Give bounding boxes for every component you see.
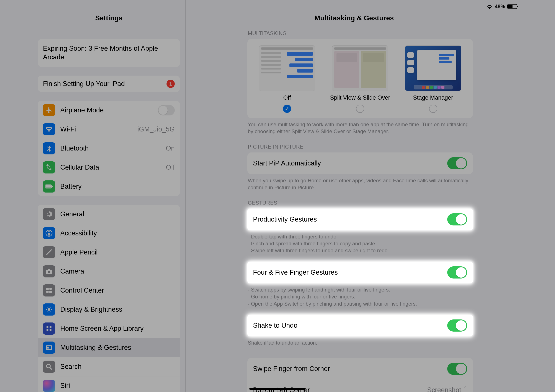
cellular-icon [43, 161, 55, 173]
bluetooth-row[interactable]: Bluetooth On [38, 139, 180, 158]
finish-setup[interactable]: Finish Setting Up Your iPad 1 [38, 76, 180, 92]
updown-icon: ⌃⌄ [463, 387, 467, 392]
svg-rect-2 [52, 186, 53, 187]
camera-row[interactable]: Camera [38, 262, 180, 281]
split-radio[interactable] [356, 105, 364, 113]
multitasking-row[interactable]: Multitasking & Gestures [38, 338, 180, 357]
shake-footer: Shake iPad to undo an action. [247, 336, 473, 349]
svg-rect-9 [49, 291, 51, 293]
multitask-split-option[interactable]: Split View & Slide Over [325, 45, 396, 114]
swipe-corner-row[interactable]: Swipe Finger from Corner [247, 358, 473, 380]
svg-line-15 [47, 307, 47, 308]
pip-toggle[interactable] [447, 157, 467, 169]
promo-group: Expiring Soon: 3 Free Months of Apple Ar… [38, 39, 180, 67]
display-row[interactable]: Display & Brightness [38, 300, 180, 319]
accessibility-label: Accessibility [60, 229, 175, 237]
camera-label: Camera [60, 267, 175, 275]
general-row[interactable]: General [38, 205, 180, 224]
bluetooth-label: Bluetooth [60, 144, 166, 152]
fourfive-label: Four & Five Finger Gestures [253, 269, 447, 276]
productivity-row[interactable]: Productivity Gestures [247, 209, 473, 230]
pencil-label: Apple Pencil [60, 248, 175, 256]
wifi-row[interactable]: Wi-Fi iGM_Jio_5G [38, 120, 180, 139]
svg-rect-21 [47, 329, 49, 331]
control-center-icon [43, 284, 55, 297]
general-group: General Accessibility Apple Pencil [38, 205, 180, 392]
sidebar-title: Settings [32, 14, 185, 22]
shake-label: Shake to Undo [253, 322, 447, 329]
home-screen-label: Home Screen & App Library [60, 325, 175, 332]
fourfive-toggle[interactable] [447, 266, 467, 278]
bluetooth-icon [43, 142, 55, 154]
shake-card: Shake to Undo [247, 315, 473, 336]
svg-rect-22 [50, 329, 51, 331]
thumb-off [259, 45, 315, 91]
home-indicator[interactable] [249, 388, 306, 390]
bluetooth-value: On [166, 144, 175, 152]
home-screen-row[interactable]: Home Screen & App Library [38, 319, 180, 338]
fourfive-card: Four & Five Finger Gestures [247, 262, 473, 283]
shake-toggle[interactable] [447, 320, 467, 332]
svg-line-18 [51, 307, 51, 308]
control-center-label: Control Center [60, 286, 175, 294]
pip-header: PICTURE IN PICTURE [247, 144, 473, 152]
battery-label: Battery [60, 183, 175, 190]
network-group: Airplane Mode Wi-Fi iGM_Jio_5G Bluetooth… [38, 101, 180, 196]
pip-card: Start PiP Automatically [247, 152, 473, 174]
multitask-stage-option[interactable]: Stage Manager [398, 45, 468, 114]
pencil-row[interactable]: Apple Pencil [38, 243, 180, 262]
corners-card: Swipe Finger from Corner Bottom Left Cor… [247, 358, 473, 392]
siri-label: Siri [60, 382, 175, 390]
fourfive-footer: - Switch apps by swiping left and right … [247, 283, 473, 310]
control-center-row[interactable]: Control Center [38, 281, 180, 300]
wifi-row-icon [43, 123, 55, 135]
svg-line-16 [51, 311, 51, 312]
promo-arcade[interactable]: Expiring Soon: 3 Free Months of Apple Ar… [38, 39, 180, 67]
swipe-corner-toggle[interactable] [447, 363, 467, 375]
airplane-toggle[interactable] [158, 105, 175, 115]
pip-label: Start PiP Automatically [253, 159, 447, 167]
search-icon [43, 361, 55, 373]
search-label: Search [60, 363, 175, 371]
multitask-footer: You can use multitasking to work with mo… [247, 118, 473, 138]
multitasking-options: Off Split View & Slide Over [247, 39, 473, 118]
pencil-icon [43, 246, 55, 258]
svg-rect-6 [46, 288, 49, 290]
productivity-footer: - Double-tap with three fingers to undo.… [247, 230, 473, 257]
cellular-value: Off [166, 164, 175, 171]
siri-row[interactable]: Siri [38, 376, 180, 392]
settings-sidebar: Settings Expiring Soon: 3 Free Months of… [32, 0, 185, 392]
off-label: Off [252, 94, 323, 101]
cellular-row[interactable]: Cellular Data Off [38, 158, 180, 177]
svg-line-27 [50, 368, 52, 370]
productivity-label: Productivity Gestures [253, 215, 447, 223]
finish-setup-label: Finish Setting Up Your iPad [43, 80, 167, 88]
gear-icon [43, 208, 55, 220]
wifi-label: Wi-Fi [60, 125, 138, 133]
accessibility-row[interactable]: Accessibility [38, 224, 180, 243]
productivity-card: Productivity Gestures [247, 209, 473, 230]
bottom-left-row[interactable]: Bottom Left Corner Screenshot ⌃⌄ [247, 380, 473, 392]
airplane-mode-row[interactable]: Airplane Mode [38, 101, 180, 120]
split-label: Split View & Slide Over [325, 94, 396, 101]
camera-icon [43, 265, 55, 278]
svg-rect-19 [47, 326, 49, 328]
brightness-icon [43, 303, 55, 315]
off-radio[interactable] [283, 105, 291, 113]
productivity-toggle[interactable] [447, 213, 467, 225]
multitasking-icon [43, 342, 55, 354]
svg-rect-7 [49, 288, 51, 290]
fourfive-row[interactable]: Four & Five Finger Gestures [247, 262, 473, 283]
multitask-off-option[interactable]: Off [252, 45, 323, 114]
cellular-label: Cellular Data [60, 164, 166, 171]
shake-row[interactable]: Shake to Undo [247, 315, 473, 336]
svg-point-26 [47, 364, 50, 368]
stage-radio[interactable] [429, 105, 437, 113]
battery-row[interactable]: Battery [38, 177, 180, 196]
display-label: Display & Brightness [60, 306, 175, 314]
pip-row[interactable]: Start PiP Automatically [247, 152, 473, 174]
swipe-corner-label: Swipe Finger from Corner [253, 365, 447, 373]
general-label: General [60, 210, 175, 218]
svg-rect-23 [46, 346, 52, 349]
search-row[interactable]: Search [38, 357, 180, 376]
